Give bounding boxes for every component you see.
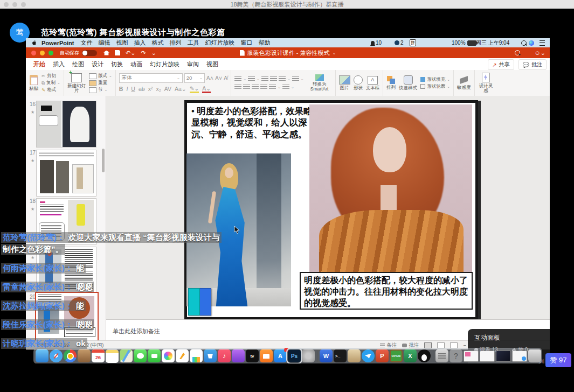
badge-status[interactable]: 2 bbox=[390, 38, 404, 47]
design-ideas-button[interactable]: 设计灵感 bbox=[478, 73, 494, 93]
dock-word-icon[interactable]: W bbox=[320, 349, 333, 362]
menu-item-tools[interactable]: 工具 bbox=[188, 39, 199, 47]
cut-button[interactable]: ✂剪切 bbox=[42, 73, 60, 79]
italic-button[interactable]: I bbox=[126, 86, 128, 92]
font-color-button[interactable]: A⌄ bbox=[202, 85, 211, 93]
character-spacing-button[interactable]: AV bbox=[164, 86, 171, 92]
like-count-badge[interactable]: 赞 97 bbox=[545, 353, 571, 367]
shape-fill-button[interactable]: 形状填充⌄ bbox=[420, 76, 450, 83]
superscript-button[interactable]: x² bbox=[148, 86, 153, 92]
dock-trash-icon[interactable] bbox=[528, 349, 541, 362]
strikethrough-button[interactable]: ab bbox=[139, 86, 145, 92]
dock-open-sign-app-icon[interactable]: OPEN bbox=[390, 349, 403, 362]
reset-button[interactable]: 重置 bbox=[89, 80, 112, 86]
tab-insert[interactable]: 插入 bbox=[53, 60, 65, 68]
grow-font-button[interactable]: A˄ bbox=[206, 75, 213, 81]
dock-appletv-icon[interactable]: tv bbox=[246, 349, 259, 362]
comments-button[interactable]: 💬批注 bbox=[518, 59, 547, 70]
columns-icon[interactable] bbox=[292, 76, 299, 82]
menu-item-insert[interactable]: 插入 bbox=[134, 39, 146, 47]
red-hair-model-photo[interactable] bbox=[309, 104, 472, 272]
font-name-select[interactable]: 宋体⌄ bbox=[119, 73, 183, 83]
tab-view[interactable]: 视图 bbox=[206, 60, 218, 68]
bold-button[interactable]: B bbox=[119, 86, 123, 92]
dock-file-cabinet-icon[interactable] bbox=[435, 349, 448, 362]
tab-transitions[interactable]: 切换 bbox=[111, 60, 123, 68]
dock-minimized-window-4[interactable] bbox=[512, 351, 527, 362]
underline-button[interactable]: U bbox=[131, 86, 135, 92]
slideshow-view-button[interactable] bbox=[450, 342, 458, 348]
align-right-icon[interactable] bbox=[252, 85, 259, 90]
dock-powerpoint-icon[interactable]: P bbox=[376, 349, 389, 362]
smartart-button[interactable]: 转换为SmartArt bbox=[307, 74, 332, 92]
autosave-toggle[interactable] bbox=[82, 50, 97, 56]
siri-menu[interactable] bbox=[529, 38, 538, 47]
menu-item-help[interactable]: 帮助 bbox=[259, 39, 271, 47]
align-center-icon[interactable] bbox=[243, 85, 250, 90]
slide-thumbnail-16[interactable] bbox=[36, 101, 96, 148]
dock-photoshop-icon[interactable]: Ps bbox=[288, 349, 301, 362]
arrange-button[interactable]: 排列 bbox=[386, 76, 396, 90]
ppt-zoom-button[interactable] bbox=[49, 51, 53, 55]
dock-missing-app-icon[interactable]: ? bbox=[449, 349, 462, 362]
menu-item-arrange[interactable]: 排列 bbox=[170, 39, 182, 47]
section-button[interactable]: 节⌄ bbox=[89, 87, 112, 93]
undo-icon[interactable]: ↶⌄ bbox=[126, 50, 135, 56]
menu-item-file[interactable]: 文件 bbox=[81, 39, 93, 47]
change-case-button[interactable]: Aa⌄ bbox=[175, 86, 186, 92]
slide-thumbnail-17[interactable] bbox=[36, 150, 96, 197]
outdent-icon[interactable] bbox=[261, 76, 268, 82]
indent-icon[interactable] bbox=[270, 76, 277, 82]
dock-system-preferences-icon[interactable] bbox=[302, 349, 315, 362]
shape-outline-button[interactable]: 形状轮廓⌄ bbox=[420, 83, 450, 90]
dock-books-icon[interactable] bbox=[260, 349, 273, 362]
ppt-close-button[interactable] bbox=[31, 51, 36, 55]
ppt-minimize-button[interactable] bbox=[40, 51, 45, 55]
tab-design[interactable]: 设计 bbox=[92, 60, 103, 68]
notification-bell-status[interactable]: 10 bbox=[371, 38, 382, 47]
slide-sorter-view-button[interactable] bbox=[437, 342, 445, 348]
notification-center[interactable] bbox=[540, 38, 545, 47]
textbox-button[interactable]: A文本框 bbox=[366, 76, 380, 90]
dock-dingtalk-icon[interactable] bbox=[362, 349, 375, 362]
dock-excel-icon[interactable]: X bbox=[404, 349, 417, 362]
tab-review[interactable]: 审阅 bbox=[187, 60, 199, 68]
save-icon[interactable] bbox=[115, 50, 120, 55]
highlight-button[interactable]: ✎⌄ bbox=[190, 85, 199, 93]
clear-format-button[interactable]: A̸ bbox=[224, 75, 227, 81]
dock-archive-utility-icon[interactable] bbox=[348, 349, 361, 362]
shrink-font-button[interactable]: A˅ bbox=[215, 75, 222, 81]
layout-button[interactable]: 版式⌄ bbox=[89, 73, 112, 79]
account-smiley-icon[interactable]: ☺⌄ bbox=[535, 50, 545, 56]
format-painter-button[interactable]: ✎格式 bbox=[42, 87, 60, 93]
document-title[interactable]: 服装色彩设计课件 - 兼容性模式 bbox=[247, 49, 330, 57]
dock-minimized-window-2[interactable] bbox=[480, 351, 495, 362]
numbering-icon[interactable] bbox=[248, 76, 255, 82]
dock-qq-icon[interactable] bbox=[418, 349, 431, 362]
dock-terminal-icon[interactable]: >_ bbox=[334, 349, 347, 362]
menu-item-edit[interactable]: 编辑 bbox=[99, 39, 110, 47]
tab-slideshow[interactable]: 幻灯片放映 bbox=[150, 60, 179, 68]
shapes-button[interactable]: 形状 bbox=[354, 75, 363, 90]
sensitivity-button[interactable]: 敏感度 bbox=[457, 76, 471, 90]
dock-appstore-icon[interactable]: A bbox=[274, 349, 287, 362]
menu-app-name[interactable]: PowerPoint bbox=[42, 40, 74, 46]
redo-icon[interactable]: ↷ bbox=[141, 50, 146, 56]
dock-podcasts-icon[interactable] bbox=[232, 349, 245, 362]
justify-icon[interactable] bbox=[260, 85, 267, 90]
menu-item-format[interactable]: 格式 bbox=[152, 39, 164, 47]
paste-button[interactable]: 粘贴 bbox=[29, 75, 38, 91]
input-method-menu[interactable]: 拼 bbox=[406, 38, 419, 47]
ppt-search-icon[interactable] bbox=[515, 50, 520, 55]
current-slide[interactable]: • 明度差小的色彩搭配，效果略显模糊，视觉缓和，给人以深沉、宁静，舒适、平稳之感… bbox=[187, 103, 475, 317]
tab-animations[interactable]: 动画 bbox=[130, 60, 142, 68]
customize-toolbar-icon[interactable]: ⌄ bbox=[151, 50, 156, 56]
subscript-button[interactable]: x₂ bbox=[156, 86, 161, 92]
copy-button[interactable]: ⧉复制⌄ bbox=[42, 80, 60, 86]
menu-item-window[interactable]: 窗口 bbox=[241, 39, 253, 47]
picture-button[interactable]: 图片 bbox=[339, 75, 350, 90]
text-direction-icon[interactable] bbox=[269, 85, 276, 90]
thumbnail-scrollbar[interactable] bbox=[102, 149, 105, 172]
zoom-out-button[interactable]: − bbox=[463, 342, 466, 348]
menu-item-view[interactable]: 视图 bbox=[116, 39, 128, 47]
